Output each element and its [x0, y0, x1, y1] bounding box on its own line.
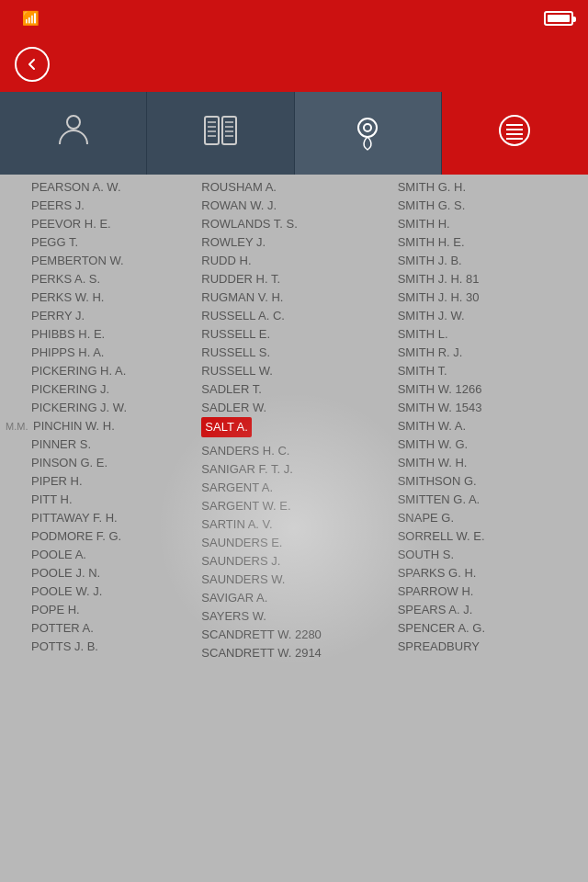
list-item: PINNER S.	[31, 435, 91, 454]
list-item: PITTAWAY F. H.	[31, 509, 118, 527]
list-item: SMITH W. H.	[398, 454, 582, 472]
list-item: ROWLEY J.	[201, 233, 386, 252]
list-item: SANIGAR F. T. J.	[201, 460, 386, 479]
svg-point-11	[358, 119, 377, 137]
list-item: PITT H.	[31, 491, 73, 509]
list-item: SPEARS A. J.	[398, 601, 582, 619]
list-item: RUDDER H. T.	[201, 270, 386, 288]
list-item: ROUSHAM A.	[201, 178, 386, 197]
list-item: SARGENT W. E.	[201, 497, 386, 515]
list-item: POOLE A.	[31, 546, 86, 564]
list-item: SMITH L.	[398, 325, 582, 344]
list-item: ROWLANDS T. S.	[201, 215, 386, 233]
list-item: PICKERING J. W.	[31, 399, 127, 417]
list-item: SMITH H.	[398, 215, 582, 233]
tab-panel[interactable]	[442, 92, 588, 175]
list-item: POTTS J. B.	[31, 638, 98, 656]
list-item: PEMBERTON W.	[31, 252, 124, 270]
list-item: SMITH R. J.	[398, 344, 582, 362]
list-item: POPE H.	[31, 601, 80, 619]
list-item: SNAPE G.	[398, 509, 582, 527]
list-item: SMITH J. H. 30	[398, 288, 582, 307]
list-item: ROWAN W. J.	[201, 197, 386, 215]
list-item: SAUNDERS W.	[201, 571, 386, 589]
highlighted-name: SALT A.	[201, 417, 252, 437]
list-item: SAVIGAR A.	[201, 589, 386, 607]
svg-point-12	[364, 124, 371, 131]
list-item: PEARSON A. W.	[31, 178, 121, 197]
list-item: SMITH J. W.	[398, 307, 582, 325]
list-item: PICKERING H. A.	[31, 362, 126, 380]
list-item: SMITH J. H. 81	[398, 270, 582, 288]
list-item: SARTIN A. V.	[201, 515, 386, 534]
name-column-middle: ROUSHAM A.ROWAN W. J.ROWLANDS T. S.ROWLE…	[196, 175, 391, 882]
battery-icon	[544, 11, 573, 26]
list-item: SPARROW H.	[398, 582, 582, 601]
list-item: SMITHSON G.	[398, 472, 582, 491]
list-item: PEGG T.	[31, 233, 78, 252]
list-item: PICKERING J.	[31, 380, 109, 399]
svg-rect-2	[222, 117, 236, 144]
list-item: SCANDRETT W. 2280	[201, 626, 386, 644]
svg-point-0	[67, 116, 80, 129]
tab-plan[interactable]	[295, 92, 442, 175]
middle-names-container: ROUSHAM A.ROWAN W. J.ROWLANDS T. S.ROWLE…	[201, 178, 386, 662]
list-item: SAYERS W.	[201, 607, 386, 626]
list-item: SMITH W. 1266	[398, 380, 582, 399]
tab-info[interactable]	[0, 92, 147, 175]
list-item: PERRY J.	[31, 307, 85, 325]
list-item: SPREADBURY	[398, 638, 582, 656]
list-item: PHIPPS H. A.	[31, 344, 104, 362]
list-item: SMITH H. E.	[398, 233, 582, 252]
list-item: SAUNDERS E.	[201, 534, 386, 552]
list-item: PEERS J.	[31, 197, 85, 215]
list-item: SMITH W. G.	[398, 435, 582, 454]
list-item: PODMORE F. G.	[31, 527, 121, 546]
tab-bar	[0, 92, 588, 175]
list-item: SAUNDERS J.	[201, 552, 386, 571]
wifi-icon: 📶	[22, 10, 40, 27]
header	[0, 37, 588, 92]
list-item: SALT A.	[201, 417, 386, 442]
left-names-container: PEARSON A. W.PEERS J.PEEVOR H. E.PEGG T.…	[6, 178, 190, 656]
name-column-right: SMITH G. H.SMITH G. S.SMITH H.SMITH H. E…	[392, 175, 588, 882]
list-item: SADLER T.	[201, 380, 386, 399]
list-item: SCANDRETT W. 2914	[201, 644, 386, 662]
list-item: PEEVOR H. E.	[31, 215, 111, 233]
list-item: SMITH J. B.	[398, 252, 582, 270]
list-item: PERKS A. S.	[31, 270, 100, 288]
list-item: SMITH W. 1543	[398, 399, 582, 417]
list-item: SMITH G. S.	[398, 197, 582, 215]
list-item: SMITH G. H.	[398, 178, 582, 197]
list-item: PINCHIN W. H.	[33, 417, 115, 435]
name-list-area[interactable]: PEARSON A. W.PEERS J.PEEVOR H. E.PEGG T.…	[0, 175, 588, 882]
list-item: SMITTEN G. A.	[398, 491, 582, 509]
svg-rect-1	[205, 117, 219, 144]
status-bar: 📶	[0, 0, 588, 37]
list-item: POOLE W. J.	[31, 582, 102, 601]
name-column-left: PEARSON A. W.PEERS J.PEEVOR H. E.PEGG T.…	[0, 175, 196, 882]
list-item: SPARKS G. H.	[398, 564, 582, 582]
list-item: RUSSELL E.	[201, 325, 386, 344]
list-item: SARGENT A.	[201, 479, 386, 497]
list-item: POTTER A.	[31, 619, 94, 638]
list-item: RUSSELL S.	[201, 344, 386, 362]
list-item: SMITH T.	[398, 362, 582, 380]
list-item: SMITH W. A.	[398, 417, 582, 435]
list-item: PINSON G. E.	[31, 454, 107, 472]
list-item: POOLE J. N.	[31, 564, 100, 582]
right-names-container: SMITH G. H.SMITH G. S.SMITH H.SMITH H. E…	[398, 178, 582, 656]
list-item: SPENCER A. G.	[398, 619, 582, 638]
list-item: PIPER H.	[31, 472, 83, 491]
back-button[interactable]	[15, 47, 50, 82]
list-item: SANDERS H. C.	[201, 442, 386, 460]
tab-story[interactable]	[147, 92, 294, 175]
list-item: RUSSELL A. C.	[201, 307, 386, 325]
list-item: PERKS W. H.	[31, 288, 104, 307]
list-item: SADLER W.	[201, 399, 386, 417]
list-item: RUDD H.	[201, 252, 386, 270]
list-item: SORRELL W. E.	[398, 527, 582, 546]
list-item: RUGMAN V. H.	[201, 288, 386, 307]
list-item: SOUTH S.	[398, 546, 582, 564]
left-edge-label: M.M.	[6, 421, 31, 432]
